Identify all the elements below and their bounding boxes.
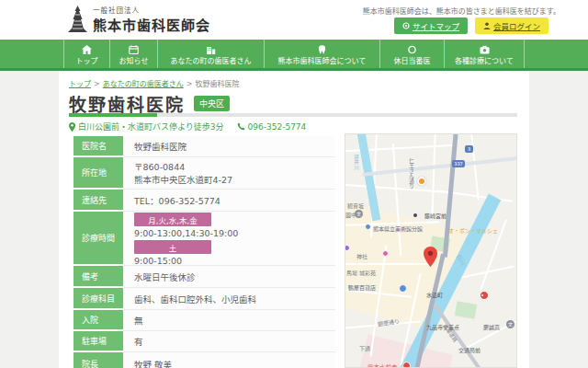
building-icon xyxy=(206,45,216,54)
map-label: 藤崎宮前 xyxy=(424,212,447,220)
member-login-button[interactable]: 会員ログイン xyxy=(475,17,548,34)
route-shield: 3 xyxy=(465,145,473,153)
nav-item-news[interactable]: お知らせ xyxy=(109,40,157,68)
table-row: 駐車場 有 xyxy=(74,331,335,352)
nav-item-top[interactable]: トップ xyxy=(63,40,109,68)
access-info: 白川公園前・水道町バス停より徒歩3分 096-352-5774 xyxy=(69,121,306,132)
map-label: オ・ボン・マルシェ xyxy=(448,226,498,235)
access-text: 白川公園前・水道町バス停より徒歩3分 xyxy=(78,121,224,132)
site-tagline: 熊本市歯科医師会は、熊本市の皆さまと歯科医を結びます。 xyxy=(363,6,560,16)
main-nav: トップ お知らせ あなたの町の歯医者さん 熊本市歯科医師会について xyxy=(0,40,588,71)
map-label: 鶴屋百貨店 xyxy=(348,283,376,292)
home-icon xyxy=(82,45,92,54)
map-label: 銀座通り xyxy=(377,316,400,328)
map-label: 交通局前 xyxy=(458,346,481,354)
camera-icon xyxy=(480,45,490,54)
map-label: 水道町 xyxy=(426,291,443,299)
breadcrumb-town-dentists[interactable]: あなたの町の歯医者さん xyxy=(103,80,184,88)
table-row: 院長 牧野 敬美 xyxy=(74,352,335,368)
poi-marker-red-center xyxy=(481,293,484,297)
school-icon: 文 xyxy=(355,210,363,218)
map-circle-icon xyxy=(402,22,410,29)
breadcrumb: トップ>あなたの町の歯医者さん>牧野歯科医院 xyxy=(69,78,239,88)
table-row-schedule: 診療時間 月,火,水,木,金 9:00-13:00,14:30-19:00 土 … xyxy=(74,212,335,266)
map-road xyxy=(431,134,435,219)
phone-number: 096-352-5774 xyxy=(248,122,307,132)
department-store-marker[interactable] xyxy=(399,284,407,293)
location-map[interactable]: 3 337 観音坂 仁王さん通り 坪井川 藤崎宮前 熊本県立美術館分館 オ・ボン… xyxy=(345,133,517,368)
map-main-road xyxy=(362,156,517,177)
org-name: 熊本市歯科医師会 xyxy=(93,15,210,34)
tooth-icon xyxy=(317,45,327,54)
map-pin-icon xyxy=(69,122,75,132)
nav-item-holiday-duty[interactable]: 休日当番医 xyxy=(379,40,444,68)
map-label: 馬場 城彩苑 xyxy=(346,269,376,277)
table-row: 入院 無 xyxy=(74,310,335,331)
fujisakigu-stop-marker xyxy=(413,213,417,217)
table-row: 医院名 牧野歯科医院 xyxy=(74,136,335,157)
clinic-info-table: 医院名 牧野歯科医院 所在地 〒860-0844 熊本市中央区水道町4-27 連… xyxy=(74,136,335,368)
table-row: 所在地 〒860-0844 熊本市中央区水道町4-27 xyxy=(74,157,335,190)
poi-marker-pink[interactable] xyxy=(382,250,389,257)
map-label: 熊本水前寺 xyxy=(368,362,398,368)
page-title: 牧野歯科医院 xyxy=(69,91,185,116)
map-label: 慶誠高 xyxy=(483,323,500,331)
clinic-pin-marker[interactable] xyxy=(424,247,437,270)
map-label: 熊本県立美術館分館 xyxy=(373,224,423,233)
map-road xyxy=(345,263,430,265)
org-type: 一般社団法人 xyxy=(93,5,210,15)
table-row: 診療科目 歯科、歯科口腔外科、小児歯科 xyxy=(74,288,335,310)
map-park xyxy=(455,301,477,319)
map-river-label: 坪井川 xyxy=(353,155,360,170)
nav-item-town-dentists[interactable]: あなたの町の歯医者さん xyxy=(157,40,264,68)
nav-item-treatments[interactable]: 各種診療について xyxy=(444,40,525,68)
table-row: 連絡先 TEL：096-352-5774 xyxy=(74,190,335,212)
map-label: 神社 xyxy=(356,252,368,260)
table-row: 備考 水曜日午後休診 xyxy=(74,266,335,288)
nav-item-about-association[interactable]: 熊本市歯科医師会について xyxy=(264,40,379,68)
breadcrumb-current: 牧野歯科医院 xyxy=(195,80,239,88)
title-divider xyxy=(69,113,517,117)
sitemap-button[interactable]: サイトマップ xyxy=(394,17,468,34)
museum-marker[interactable] xyxy=(365,224,371,230)
phone-icon xyxy=(237,122,245,131)
person-icon xyxy=(483,22,491,29)
hospital-marker[interactable] xyxy=(402,362,411,368)
calendar-icon xyxy=(129,45,139,54)
school-icon: 文 xyxy=(506,320,514,328)
map-label: 仁王さん通り xyxy=(408,158,415,189)
map-label: 観音坂 xyxy=(347,201,364,210)
saturday-badge: 土 xyxy=(134,240,211,254)
castle-logo-icon xyxy=(68,6,87,33)
ward-badge: 中央区 xyxy=(194,96,230,111)
station-marker[interactable] xyxy=(417,177,426,186)
header-bar: 一般社団法人 熊本市歯科医師会 熊本市歯科医師会は、熊本市の皆さまと歯科医を結び… xyxy=(0,0,588,40)
ring-icon xyxy=(407,45,417,54)
map-road xyxy=(470,134,479,201)
weekday-badge: 月,火,水,木,金 xyxy=(134,213,211,226)
map-label: 下通 xyxy=(359,344,370,352)
site-logo[interactable]: 一般社団法人 熊本市歯科医師会 xyxy=(68,5,210,34)
breadcrumb-top[interactable]: トップ xyxy=(69,80,91,88)
route-shield: 337 xyxy=(452,160,465,167)
